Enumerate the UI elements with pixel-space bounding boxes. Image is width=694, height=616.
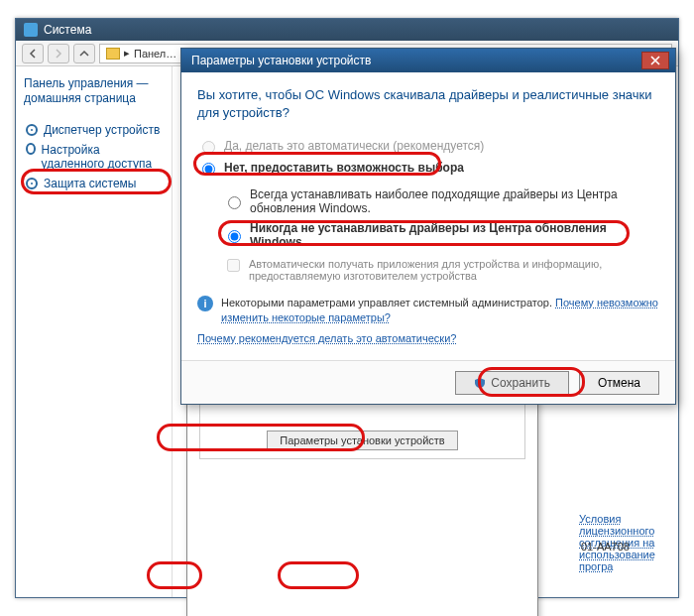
breadcrumb-item: Панел…: [134, 48, 176, 60]
sidebar-item-remote[interactable]: Настройка удаленного доступа: [24, 140, 164, 174]
admin-info: i Некоторыми параметрами управляет систе…: [197, 296, 659, 325]
sub-options: Всегда устанавливать наиболее подходящие…: [223, 185, 659, 282]
nav-back-button[interactable]: [22, 44, 44, 63]
checkbox-apps: [227, 259, 240, 272]
radio-auto: [202, 141, 215, 154]
info-icon: i: [197, 296, 213, 311]
nav-forward-button[interactable]: [48, 44, 69, 63]
gear-icon: [26, 143, 36, 155]
save-button-label: Сохранить: [491, 376, 550, 390]
sidebar-item-device-manager[interactable]: Диспетчер устройств: [24, 120, 164, 140]
gear-icon: [26, 178, 38, 189]
why-auto-link[interactable]: Почему рекомендуется делать это автомати…: [197, 332, 456, 344]
device-install-settings-button[interactable]: Параметры установки устройств: [267, 431, 457, 450]
nav-up-button[interactable]: [73, 44, 95, 63]
admin-info-msg: Некоторыми параметрами управляет системн…: [221, 297, 555, 308]
arrow-left-icon: [28, 49, 38, 59]
suboption-apps-label: Автоматически получать приложения для ус…: [249, 258, 659, 282]
sidebar-item-label: Защита системы: [44, 177, 136, 190]
system-window-title: Система: [44, 23, 91, 37]
system-icon: [24, 23, 38, 37]
suboption-never-label: Никогда не устанавливать драйверы из Цен…: [250, 221, 659, 249]
serial-text: 01-AA708: [581, 541, 630, 553]
system-window-titlebar: Система: [16, 19, 678, 41]
sidebar: Панель управления — домашняя страница Ди…: [16, 66, 173, 597]
dialog-cancel-button[interactable]: Отмена: [579, 371, 659, 395]
radio-never[interactable]: [228, 230, 241, 243]
dialog-footer: Сохранить Отмена: [181, 360, 675, 404]
option-no[interactable]: Нет, предоставить возможность выбора: [197, 157, 659, 179]
dialog-title: Параметры установки устройств: [191, 54, 371, 67]
suboption-always[interactable]: Всегда устанавливать наиболее подходящие…: [223, 185, 659, 218]
save-button[interactable]: Сохранить: [455, 371, 569, 395]
radio-no[interactable]: [202, 163, 215, 176]
admin-info-text: Некоторыми параметрами управляет системн…: [221, 296, 659, 325]
suboption-never[interactable]: Никогда не устанавливать драйверы из Цен…: [223, 218, 659, 252]
gear-icon: [26, 124, 38, 136]
sidebar-item-label: Диспетчер устройств: [44, 123, 160, 137]
radio-always[interactable]: [228, 196, 241, 209]
arrow-right-icon: [54, 49, 63, 59]
device-install-dialog-titlebar: Параметры установки устройств: [181, 49, 675, 72]
option-auto-label: Да, делать это автоматически (рекомендуе…: [224, 139, 484, 153]
dialog-question: Вы хотите, чтобы ОС Windows скачивала др…: [197, 86, 659, 121]
sidebar-item-label: Настройка удаленного доступа: [42, 143, 162, 171]
arrow-up-icon: [79, 49, 89, 59]
shield-icon: [474, 377, 486, 389]
suboption-always-label: Всегда устанавливать наиболее подходящие…: [250, 187, 659, 215]
sidebar-item-system-protection[interactable]: Защита системы: [24, 174, 164, 193]
suboption-apps-checkbox: Автоматически получать приложения для ус…: [223, 258, 659, 282]
folder-icon: [106, 48, 120, 60]
close-button[interactable]: [641, 52, 669, 69]
close-icon: [650, 56, 660, 65]
device-install-dialog: Параметры установки устройств Вы хотите,…: [180, 48, 676, 405]
option-auto: Да, делать это автоматически (рекомендуе…: [197, 135, 659, 157]
sidebar-heading[interactable]: Панель управления — домашняя страница: [24, 76, 164, 106]
option-no-label: Нет, предоставить возможность выбора: [224, 161, 464, 175]
dialog-body: Вы хотите, чтобы ОС Windows скачивала др…: [181, 72, 675, 359]
